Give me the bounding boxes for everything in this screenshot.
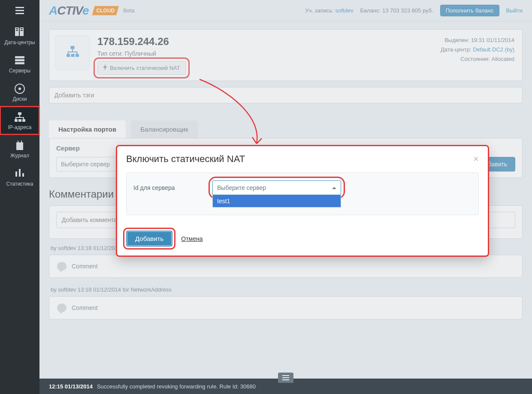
svg-rect-2 xyxy=(15,13,24,14)
svg-rect-8 xyxy=(21,30,23,31)
svg-rect-24 xyxy=(70,46,74,49)
comment-text: Comment xyxy=(72,263,98,270)
datacenter-link[interactable]: Default DC2 (by) xyxy=(473,46,514,53)
ip-panel: 178.159.244.26 Тип сети: Публичный Включ… xyxy=(49,29,523,81)
stats-icon xyxy=(15,168,25,178)
dropdown-menu: test1 xyxy=(212,195,341,208)
svg-rect-26 xyxy=(71,54,75,57)
svg-rect-27 xyxy=(76,54,79,57)
svg-point-13 xyxy=(18,87,21,90)
server-id-label: Id для сервера xyxy=(133,184,193,191)
sidebar-item-journal[interactable]: Журнал xyxy=(0,135,39,163)
balance-label: Баланс: 13 703 323 805 руб. xyxy=(360,7,433,14)
tabs-row: Настройка портов Балансировщик xyxy=(49,120,523,138)
network-icon xyxy=(65,45,80,61)
comment-icon xyxy=(57,262,66,271)
sidebar-toggle[interactable] xyxy=(0,0,39,21)
ip-right-info: Выделен: 19:31 01/11/2014 Дата-центр: De… xyxy=(441,36,514,64)
server-dropdown[interactable]: Выберите сервер test1 xyxy=(212,180,341,195)
comment-item: Comment xyxy=(49,255,523,278)
comment-icon xyxy=(57,304,66,312)
dropdown-option[interactable]: test1 xyxy=(213,195,341,207)
brand: ACTIVe CLOUD Beta xyxy=(49,4,135,18)
comment-text: Comment xyxy=(72,304,98,311)
status-time: 12:15 01/13/2014 xyxy=(49,383,93,390)
sidebar-item-ip-addresses[interactable]: IP-адреса xyxy=(0,106,39,135)
tab-balancer[interactable]: Балансировщик xyxy=(131,120,197,138)
modal-body: Id для сервера Выберите сервер test1 xyxy=(117,169,488,223)
svg-rect-18 xyxy=(16,142,23,150)
ip-icon-box xyxy=(55,36,90,70)
comment-meta: by softdev 13:18 01/12/2014 for NetworkA… xyxy=(51,286,521,293)
svg-rect-0 xyxy=(15,7,24,8)
network-icon xyxy=(14,111,26,122)
modal-footer: Добавить Отмена xyxy=(117,223,488,256)
tab-ports[interactable]: Настройка портов xyxy=(49,120,126,138)
svg-rect-16 xyxy=(18,119,21,122)
nat-modal: Включить статический NAT × Id для сервер… xyxy=(117,146,488,256)
svg-rect-29 xyxy=(282,377,289,378)
svg-rect-23 xyxy=(22,173,24,177)
modal-title: Включить статический NAT xyxy=(126,153,245,165)
sidebar: Дата-центры Серверы Диски IP-адреса Журн… xyxy=(0,0,39,394)
bolt-icon xyxy=(103,64,107,72)
svg-rect-7 xyxy=(21,28,23,29)
svg-rect-20 xyxy=(21,141,22,143)
topbar: ACTIVe CLOUD Beta Уч. запись: softdev Ба… xyxy=(39,0,532,21)
svg-rect-9 xyxy=(15,56,24,58)
grip-icon xyxy=(282,375,289,380)
comment-item: Comment xyxy=(49,296,523,319)
statusbar: 12:15 01/13/2014 Successfully completed … xyxy=(39,379,532,394)
svg-rect-17 xyxy=(22,119,25,122)
topup-button[interactable]: Пополнить баланс xyxy=(440,5,499,16)
svg-rect-30 xyxy=(282,379,289,380)
tags-input[interactable] xyxy=(49,87,523,103)
modal-header: Включить статический NAT × xyxy=(117,146,488,169)
ip-net-type: Тип сети: Публичный xyxy=(97,50,186,57)
ip-title: 178.159.244.26 xyxy=(97,36,186,48)
ip-details: 178.159.244.26 Тип сети: Публичный Включ… xyxy=(97,36,186,75)
svg-rect-5 xyxy=(16,28,18,29)
modal-cancel-link[interactable]: Отмена xyxy=(181,235,203,242)
svg-rect-10 xyxy=(15,59,24,61)
account-link[interactable]: softdev xyxy=(336,7,354,14)
statusbar-grip[interactable] xyxy=(278,373,293,383)
disk-icon xyxy=(14,83,25,93)
menu-icon xyxy=(15,7,24,15)
svg-rect-25 xyxy=(66,54,70,57)
sidebar-item-servers[interactable]: Серверы xyxy=(0,50,39,78)
sidebar-item-label: Статистика xyxy=(6,181,33,187)
enable-nat-button[interactable]: Включить статический NAT xyxy=(97,61,186,75)
journal-icon xyxy=(15,140,25,150)
datacenter-icon xyxy=(14,27,25,37)
cloud-badge: CLOUD xyxy=(92,6,119,15)
svg-rect-6 xyxy=(16,30,18,31)
beta-label: Beta xyxy=(123,7,135,14)
logo-text: ACTIVe xyxy=(49,4,89,18)
sidebar-item-stats[interactable]: Статистика xyxy=(0,163,39,191)
svg-rect-15 xyxy=(15,119,18,122)
svg-rect-1 xyxy=(15,10,24,11)
modal-form-panel: Id для сервера Выберите сервер test1 xyxy=(126,172,479,215)
sidebar-item-label: IP-адреса xyxy=(8,124,31,130)
account-label: Уч. запись: softdev xyxy=(305,7,353,14)
modal-add-button[interactable]: Добавить xyxy=(126,231,172,247)
svg-rect-19 xyxy=(18,141,18,143)
sidebar-item-label: Серверы xyxy=(9,68,30,74)
sidebar-item-label: Журнал xyxy=(10,153,29,159)
server-icon xyxy=(14,55,25,65)
status-message: Successfully completed revoking forwardi… xyxy=(97,383,256,390)
svg-rect-21 xyxy=(15,171,17,177)
sidebar-item-label: Дата-центры xyxy=(4,39,35,45)
svg-rect-11 xyxy=(15,62,24,64)
dropdown-toggle[interactable]: Выберите сервер xyxy=(212,180,341,195)
logout-link[interactable]: Выйти xyxy=(506,7,523,14)
sidebar-item-label: Диски xyxy=(13,96,27,102)
svg-rect-14 xyxy=(18,112,21,115)
sidebar-item-disks[interactable]: Диски xyxy=(0,78,39,106)
svg-rect-28 xyxy=(282,375,289,376)
close-icon[interactable]: × xyxy=(473,153,479,165)
sidebar-item-datacenters[interactable]: Дата-центры xyxy=(0,21,39,50)
chevron-up-icon xyxy=(332,187,336,189)
svg-rect-22 xyxy=(19,169,21,177)
